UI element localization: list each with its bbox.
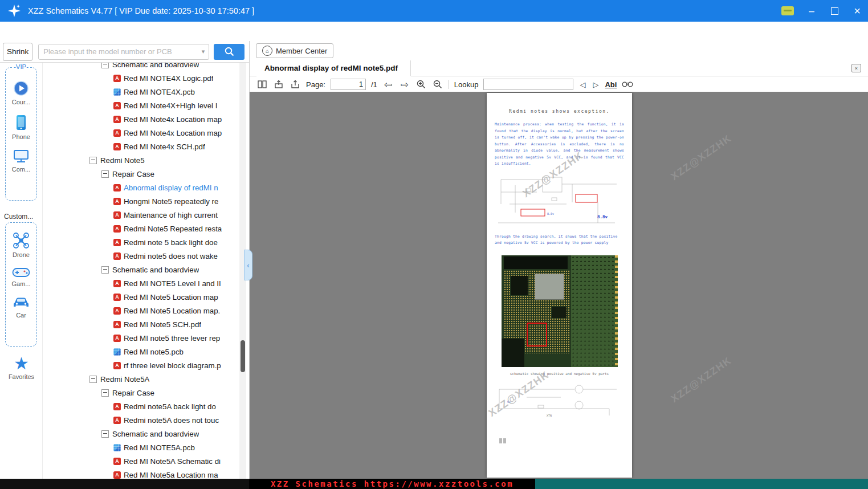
file-type-icon xyxy=(113,403,121,410)
tree-item-label: Red MI Note5 SCH.pdf xyxy=(124,320,201,329)
collapse-toggle-icon[interactable] xyxy=(101,266,109,274)
document-tab[interactable]: Abnormal display of redMI note5.pdf xyxy=(256,60,411,76)
find-next-icon[interactable]: ▷ xyxy=(592,79,600,90)
tree-item[interactable]: Abnormal display of redMI n xyxy=(43,181,248,194)
next-page-icon[interactable]: ⇨ xyxy=(399,79,410,90)
tree-item[interactable]: Redmi note5A does not touc xyxy=(43,413,248,427)
sidebar-item-course[interactable]: Cour... xyxy=(5,80,37,105)
member-row: ⌂ Member Center xyxy=(250,41,868,60)
zoom-out-icon[interactable] xyxy=(432,79,443,90)
sidebar-item-computer[interactable]: Com... xyxy=(5,149,37,173)
tree-item[interactable]: Repair Case xyxy=(43,167,248,181)
sidebar-item-game[interactable]: Gam... xyxy=(5,267,37,287)
tree-item[interactable]: rf three level block diagram.p xyxy=(43,358,248,372)
tree-item[interactable]: Red MI Note5A Schematic di xyxy=(43,454,248,468)
member-center-button[interactable]: ⌂ Member Center xyxy=(256,43,333,58)
pcb-photo xyxy=(502,255,618,367)
zoom-in-icon[interactable] xyxy=(415,79,427,90)
tree-item[interactable]: Red MI Note4x Location map xyxy=(43,112,248,126)
drone-icon xyxy=(13,232,30,249)
sidebar-item-label: Phone xyxy=(12,133,30,140)
tree-item[interactable]: Schematic and boardview xyxy=(43,263,248,276)
file-type-icon xyxy=(113,225,121,233)
collapse-toggle-icon[interactable] xyxy=(101,430,109,438)
tree-item[interactable]: Maintenance of high current xyxy=(43,208,248,222)
tree-item[interactable]: Repair Case xyxy=(43,386,248,400)
sidebar-item-car[interactable]: Car xyxy=(5,296,37,319)
collapse-toggle-icon[interactable] xyxy=(101,170,109,178)
close-button[interactable]: × xyxy=(852,6,862,16)
collapse-toggle-icon[interactable] xyxy=(101,389,109,397)
tree-item[interactable]: Red MI Note5 Location map xyxy=(43,290,248,304)
collapse-toggle-icon[interactable] xyxy=(101,63,109,68)
tree-item-label: Redmi Note5 Repeated resta xyxy=(124,225,222,233)
tree-item-label: Red MI Note5 Location map xyxy=(124,293,218,301)
tree-item-label: Maintenance of high current xyxy=(124,211,218,219)
file-type-icon xyxy=(113,444,121,451)
vip-card-icon[interactable] xyxy=(781,6,794,15)
lookup-input[interactable] xyxy=(483,79,573,90)
maximize-button[interactable] xyxy=(829,6,840,16)
file-type-icon xyxy=(113,321,121,328)
minimize-button[interactable]: – xyxy=(806,6,817,16)
status-bar: XZZ Schematics https://www.xzztools.com xyxy=(0,479,868,489)
tree-item[interactable]: Red MI Note5 SCH.pdf xyxy=(43,317,248,331)
pcb-chip xyxy=(511,276,528,295)
pdf-viewer[interactable]: Redmi notes shows exception. Maintenance… xyxy=(250,92,868,479)
tree-item[interactable]: Red MI NOTE5A.pcb xyxy=(43,441,248,454)
export-page-icon[interactable] xyxy=(273,79,284,90)
tree-item[interactable]: Red MI NOTE4X Logic.pdf xyxy=(43,71,248,85)
status-bar-left xyxy=(0,479,249,489)
tree-item[interactable]: Red MI NOTE4X.pcb xyxy=(43,85,248,99)
tree-scrollbar-thumb[interactable] xyxy=(241,340,245,372)
tree-item[interactable]: Red MI note5 three lever rep xyxy=(43,331,248,345)
tree-item[interactable]: Redmi Note5 xyxy=(43,153,248,167)
tree-item-label: Red MI Note4X+High level I xyxy=(124,101,217,110)
find-previous-icon[interactable]: ◁ xyxy=(578,79,586,90)
tree-item[interactable]: Red MI Note5 Location map. xyxy=(43,304,248,317)
tree-item[interactable]: Schematic and boardview xyxy=(43,427,248,441)
previous-page-icon[interactable]: ⇦ xyxy=(382,79,394,90)
sidebar-item-favorites[interactable]: ★ Favorites xyxy=(0,354,43,380)
tree-item[interactable]: Redmi Note5 Repeated resta xyxy=(43,222,248,235)
tree-item[interactable]: Red MI NOTE5 Level I and II xyxy=(43,276,248,290)
vip-group-label: -VIP- xyxy=(12,63,30,70)
shrink-button[interactable]: Shrink xyxy=(3,43,32,61)
close-tab-icon[interactable]: × xyxy=(851,64,861,72)
tree-item[interactable]: Hongmi Note5 repeatedly re xyxy=(43,194,248,208)
tree-item[interactable]: Red MI Note5a Location ma xyxy=(43,468,248,479)
file-type-icon xyxy=(113,280,121,287)
file-type-icon xyxy=(113,129,121,137)
tree-item[interactable]: Redmi Note5A xyxy=(43,372,248,386)
tree-item[interactable]: Redmi note5A back light do xyxy=(43,400,248,413)
caret-down-icon[interactable]: ▾ xyxy=(202,48,209,55)
search-input[interactable] xyxy=(39,47,201,56)
match-case-icon[interactable]: Abi xyxy=(605,80,617,89)
star-icon: ★ xyxy=(14,354,29,373)
panel-collapse-handle[interactable]: ‹ xyxy=(244,250,252,280)
two-page-view-icon[interactable] xyxy=(256,79,268,90)
chevron-left-icon: ‹ xyxy=(247,261,249,270)
tree-item[interactable]: Redmi note 5 back light doe xyxy=(43,235,248,249)
sidebar-item-drone[interactable]: Drone xyxy=(5,232,37,258)
tree-item[interactable]: Redmi note5 does not wake xyxy=(43,249,248,263)
page-number-input[interactable] xyxy=(331,79,366,90)
collapse-toggle-icon[interactable] xyxy=(89,376,97,383)
search-button[interactable] xyxy=(214,44,244,60)
binoculars-icon[interactable] xyxy=(622,79,633,90)
sidebar-item-label: Cour... xyxy=(12,99,30,105)
phone-icon xyxy=(13,114,29,131)
tree-item[interactable]: Red MI Note4X+High level I xyxy=(43,99,248,112)
tree-item[interactable]: Schematic and boardview xyxy=(43,63,248,71)
export-document-icon[interactable] xyxy=(290,79,301,90)
file-type-icon xyxy=(113,307,121,315)
tree-item[interactable]: Red MI Note4x SCH.pdf xyxy=(43,140,248,153)
sidebar-item-phone[interactable]: Phone xyxy=(5,114,37,140)
vip-group: -VIP- Cour... xyxy=(5,67,37,201)
tree-item-label: Red MI Note5A Schematic di xyxy=(124,457,221,466)
tree-item[interactable]: Red MI Note4x Location map xyxy=(43,126,248,140)
collapse-toggle-icon[interactable] xyxy=(89,157,97,164)
tree-item[interactable]: Red MI note5.pcb xyxy=(43,345,248,358)
tree-item-label: Abnormal display of redMI n xyxy=(124,184,218,192)
file-tree: Schematic and boardview Red MI NOTE4X Lo… xyxy=(43,63,248,479)
